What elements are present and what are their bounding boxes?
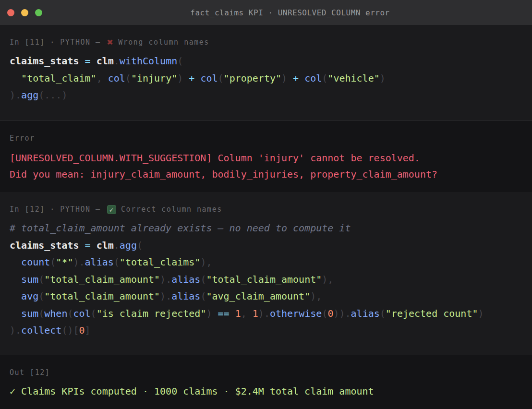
code-token-comment: # total_claim_amount already exists — no…	[10, 222, 351, 234]
code-token-op: +	[189, 72, 194, 84]
code-token-punc: (	[67, 308, 73, 319]
code-token-punc: (	[137, 240, 143, 251]
code-token-str: "property"	[224, 72, 281, 84]
code-token-plain	[79, 55, 85, 67]
code-token-var: clm	[97, 240, 114, 251]
code-token-plain	[91, 55, 97, 67]
code-token-punc: ).	[160, 274, 171, 285]
code-token-punc: (...)	[38, 89, 67, 101]
code-token-punc: ),	[322, 274, 333, 285]
code-token-plain	[10, 290, 21, 302]
code-token-kw: avg	[21, 290, 38, 302]
code-token-punc: )	[206, 308, 212, 319]
code-token-punc: )	[281, 72, 287, 84]
code-token-kw: alias	[171, 290, 200, 302]
code-token-kw: when	[44, 308, 67, 319]
code-token-plain	[91, 240, 97, 251]
code-token-punc: (	[218, 72, 224, 84]
code-token-num: 0	[327, 308, 333, 319]
cell-in-12: In [12] · PYTHON — Correct column names …	[0, 192, 532, 355]
code-token-punc: (	[380, 308, 386, 319]
code-token-var: claims_stats	[10, 240, 79, 251]
code-editor: # total_claim_amount already exists — no…	[10, 220, 522, 339]
code-token-plain	[79, 240, 85, 251]
code-token-str: "*"	[56, 256, 73, 268]
error-line: Did you mean: injury_claim_amount, bodil…	[10, 166, 522, 182]
code-token-punc: ]	[85, 325, 91, 336]
code-token-kw: count	[21, 256, 50, 268]
code-token-kw: col	[108, 72, 125, 84]
code-token-kw: alias	[351, 308, 380, 319]
error-message: [UNRESOLVED_COLUMN.WITH_SUGGESTION] Colu…	[10, 150, 522, 182]
code-token-str: "total_claim_amount"	[44, 274, 160, 285]
cell-header-prefix: In [12] · PYTHON —	[10, 205, 106, 214]
code-token-num: 0	[79, 325, 85, 336]
cell-header: In [11] · PYTHON — Wrong column names	[10, 37, 522, 47]
error-line: [UNRESOLVED_COLUMN.WITH_SUGGESTION] Colu…	[10, 150, 522, 166]
code-token-punc: ).	[160, 290, 171, 302]
code-line: # total_claim_amount already exists — no…	[10, 220, 522, 237]
check-icon	[107, 205, 116, 214]
code-token-plain	[10, 274, 21, 285]
code-line: avg("total_claim_amount").alias("avg_cla…	[10, 288, 522, 305]
output-line: ✓ Claims KPIs computed · 1000 claims · $…	[10, 383, 522, 400]
code-token-var: clm	[97, 55, 114, 67]
code-token-var: claims_stats	[10, 55, 79, 67]
code-token-kw: alias	[85, 256, 114, 268]
code-token-punc: ,	[241, 308, 247, 319]
code-token-op: +	[293, 72, 299, 84]
code-token-kw: withColumn	[120, 55, 177, 67]
output-out-12: Out [12] ✓ Claims KPIs computed · 1000 c…	[0, 355, 532, 409]
close-button[interactable]	[7, 9, 14, 16]
minimize-button[interactable]	[21, 9, 28, 16]
code-token-op: =	[85, 240, 91, 251]
code-editor: claims_stats = clm.withColumn( "total_cl…	[10, 53, 522, 104]
output-header: Out [12]	[10, 368, 522, 377]
code-line: sum("total_claim_amount").alias("total_c…	[10, 271, 522, 289]
code-token-punc: )	[478, 308, 484, 319]
code-token-kw: agg	[120, 240, 137, 251]
code-token-punc: (	[91, 308, 97, 319]
code-token-str: "rejected_count"	[386, 308, 478, 319]
code-line: claims_stats = clm.withColumn(	[10, 53, 522, 70]
code-token-punc: ),	[200, 256, 212, 268]
code-token-str: "avg_claim_amount"	[206, 290, 310, 302]
code-token-kw: collect	[21, 325, 61, 336]
cell-header-note: Wrong column names	[118, 38, 209, 47]
code-token-plain	[230, 308, 235, 319]
code-token-plain	[10, 72, 21, 84]
code-token-punc: (	[200, 290, 206, 302]
code-token-kw: otherwise	[270, 308, 322, 319]
code-token-str: "injury"	[131, 72, 177, 84]
code-line: "total_claim", col("injury") + col("prop…	[10, 70, 522, 87]
cell-in-11: In [11] · PYTHON — Wrong column names cl…	[0, 25, 532, 121]
code-token-punc: (	[114, 256, 120, 268]
code-token-punc: (	[50, 256, 56, 268]
code-token-kw: col	[304, 72, 322, 84]
code-token-kw: agg	[21, 89, 38, 101]
code-token-punc: .	[114, 240, 120, 251]
code-token-punc: (	[38, 308, 44, 319]
code-token-str: "total_claims"	[120, 256, 201, 268]
code-line: ).agg(...)	[10, 87, 522, 104]
window-titlebar[interactable]: fact_claims KPI · UNRESOLVED_COLUMN erro…	[0, 0, 532, 25]
code-token-punc: (	[38, 274, 44, 285]
code-token-punc: ).	[73, 256, 85, 268]
code-token-str: "is_claim_rejected"	[97, 308, 206, 319]
code-token-plain	[102, 72, 108, 84]
error-output: Error [UNRESOLVED_COLUMN.WITH_SUGGESTION…	[0, 121, 532, 192]
zoom-button[interactable]	[35, 9, 42, 16]
code-token-str: "total_claim"	[21, 72, 97, 84]
cell-header-prefix: In [11] · PYTHON —	[10, 38, 106, 47]
cell-header: In [12] · PYTHON — Correct column names	[10, 204, 522, 214]
code-token-punc: (	[322, 72, 327, 84]
code-line: ).collect()[0]	[10, 322, 522, 339]
traffic-lights	[0, 9, 48, 16]
code-token-kw: col	[73, 308, 90, 319]
code-token-num: 1	[235, 308, 241, 319]
code-token-punc: .	[114, 55, 120, 67]
code-token-punc: (	[177, 55, 183, 67]
code-token-num: 1	[253, 308, 258, 319]
code-token-punc: ,	[97, 72, 102, 84]
code-token-plain	[183, 72, 189, 84]
